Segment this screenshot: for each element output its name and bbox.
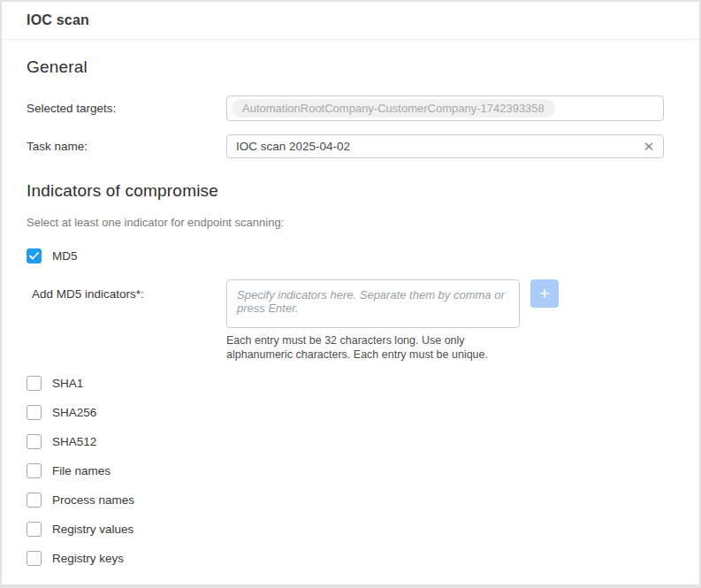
task-name-label: Task name: [27, 140, 226, 153]
selected-target-chip: AutomationRootCompany-CustomerCompany-17… [232, 99, 555, 118]
checkbox-label-process-names: Process names [52, 493, 134, 507]
md5-indicators-input[interactable] [226, 279, 520, 328]
checkbox-row-sha512: SHA512 [27, 434, 664, 449]
task-name-row: Task name: ✕ [27, 134, 664, 158]
registry-values-checkbox[interactable] [27, 522, 42, 537]
process-names-checkbox[interactable] [27, 493, 42, 508]
md5-checkbox[interactable] [27, 248, 42, 263]
checkbox-row-sha1: SHA1 [27, 376, 664, 391]
task-name-input[interactable] [226, 134, 664, 158]
sha256-checkbox[interactable] [27, 405, 42, 420]
add-indicator-button[interactable]: + [530, 279, 559, 308]
md5-editor-row: + [226, 279, 559, 328]
add-md5-indicators-label: Add MD5 indicators*: [32, 279, 226, 362]
checkbox-label-sha256: SHA256 [52, 406, 96, 419]
checkbox-row-file-names: File names [27, 463, 664, 478]
task-name-field-wrap: ✕ [226, 134, 664, 158]
md5-indicators-block: Add MD5 indicators*: + Each entry must b… [27, 279, 664, 362]
selected-targets-label: Selected targets: [27, 102, 226, 115]
section-heading-general: General [27, 57, 664, 77]
indicator-checkbox-list: SHA1 SHA256 SHA512 File names Process na… [27, 376, 664, 566]
file-names-checkbox[interactable] [27, 463, 42, 478]
checkbox-row-sha256: SHA256 [27, 405, 664, 420]
sha512-checkbox[interactable] [27, 434, 42, 449]
sha1-checkbox[interactable] [27, 376, 42, 391]
checkbox-row-process-names: Process names [27, 493, 664, 508]
selected-targets-row: Selected targets: AutomationRootCompany-… [27, 95, 664, 121]
plus-icon: + [539, 283, 550, 303]
checkmark-icon [29, 252, 39, 260]
panel-header: IOC scan [2, 2, 699, 40]
checkbox-label-file-names: File names [52, 464, 110, 477]
indicators-instruction: Select at least one indicator for endpoi… [27, 216, 664, 229]
checkbox-row-md5: MD5 [27, 248, 664, 263]
clear-icon[interactable]: ✕ [641, 139, 657, 155]
md5-editor-column: + Each entry must be 32 characters long.… [226, 279, 559, 362]
checkbox-label-registry-values: Registry values [52, 523, 133, 536]
checkbox-row-registry-values: Registry values [27, 522, 664, 537]
checkbox-label-sha1: SHA1 [52, 377, 83, 390]
checkbox-row-registry-keys: Registry keys [27, 551, 664, 566]
panel-title: IOC scan [27, 12, 89, 28]
panel-content: General Selected targets: AutomationRoot… [2, 57, 699, 566]
registry-keys-checkbox[interactable] [27, 551, 42, 566]
ioc-scan-panel: IOC scan General Selected targets: Autom… [0, 0, 701, 588]
checkbox-label-sha512: SHA512 [52, 435, 96, 448]
selected-targets-field[interactable]: AutomationRootCompany-CustomerCompany-17… [226, 95, 664, 121]
checkbox-label-md5: MD5 [52, 249, 78, 263]
checkbox-label-registry-keys: Registry keys [52, 552, 124, 565]
md5-indicators-hint: Each entry must be 32 characters long. U… [226, 333, 534, 362]
section-heading-indicators: Indicators of compromise [27, 181, 664, 201]
